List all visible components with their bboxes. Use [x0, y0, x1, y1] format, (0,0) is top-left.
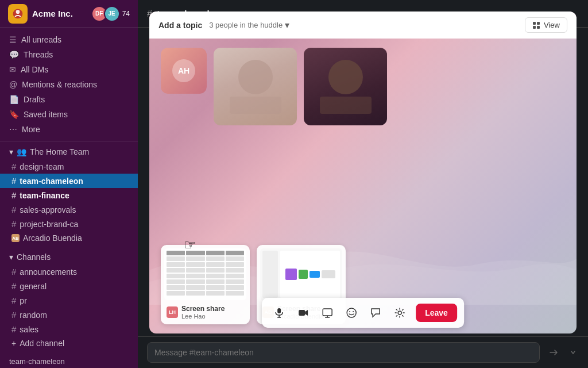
channel-announcements[interactable]: # announcements — [0, 264, 138, 279]
team-header[interactable]: ▾ 👥 The Home Team — [0, 144, 138, 159]
settings-button[interactable] — [389, 302, 410, 323]
add-channel-button[interactable]: + Add channel — [0, 336, 138, 350]
design-preview — [260, 248, 342, 300]
svg-rect-4 — [533, 26, 536, 29]
hash-icon: # — [11, 205, 16, 214]
design-element-3 — [310, 271, 320, 278]
huddle-participants: AH — [149, 39, 577, 245]
channel-design-team[interactable]: # design-team — [0, 159, 138, 174]
huddle-toolbar: Leave — [262, 298, 464, 328]
sidebar-item-all-dms[interactable]: ✉ All DMs — [0, 62, 138, 77]
channel-sales[interactable]: # sales — [0, 322, 138, 336]
participant-3-video — [320, 60, 372, 114]
dm-avatar: AB — [11, 234, 20, 242]
saved-items-label: Saved items — [24, 110, 68, 119]
hash-icon: # — [11, 324, 16, 334]
send-icon — [549, 348, 558, 357]
emoji-button[interactable] — [341, 302, 362, 323]
participant-1-initials: AH — [172, 59, 195, 82]
participant-2 — [214, 48, 297, 125]
spreadsheet-preview — [164, 248, 246, 300]
screen-share-icon — [322, 308, 332, 318]
workspace-name[interactable]: Acme Inc. — [32, 9, 91, 18]
hash-icon: # — [11, 190, 16, 200]
participant-3-body — [320, 97, 372, 114]
team-name: The Home Team — [30, 147, 89, 156]
design-sidebar-preview — [262, 251, 278, 298]
channel-team-finance-label: team-finance — [20, 191, 69, 200]
sidebar-item-drafts[interactable]: 📄 Drafts — [0, 92, 138, 107]
svg-rect-2 — [533, 22, 536, 25]
add-channel-label: Add channel — [20, 339, 64, 348]
channel-team-finance[interactable]: # team-finance — [0, 188, 138, 202]
all-dms-icon: ✉ — [9, 65, 16, 74]
threads-label: Threads — [24, 50, 53, 59]
svg-rect-3 — [537, 22, 540, 25]
channel-team-chameleon[interactable]: # team-chameleon — [0, 174, 138, 188]
screen-share-info-lee: LH Screen share Lee Hao — [164, 304, 246, 321]
participant-1-avatar: AH — [161, 48, 207, 94]
grid-icon — [532, 21, 540, 29]
svg-rect-5 — [537, 26, 540, 29]
lee-name: Lee Hao — [181, 313, 225, 320]
channel-general[interactable]: # general — [0, 279, 138, 293]
channel-random-label: random — [20, 310, 47, 320]
svg-point-16 — [398, 311, 401, 315]
chat-button[interactable] — [365, 302, 386, 323]
channel-sales-approvals-label: sales-approvals — [20, 205, 76, 214]
participant-3 — [304, 48, 387, 125]
screen-share-card-lee[interactable]: LH Screen share Lee Hao — [161, 245, 250, 324]
send-button[interactable] — [544, 343, 563, 362]
channel-pr[interactable]: # pr — [0, 293, 138, 308]
channel-random[interactable]: # random — [0, 308, 138, 322]
more-icon: ⋯ — [9, 125, 17, 134]
leave-button[interactable]: Leave — [416, 304, 457, 322]
channels-section: ▾ Channels # announcements # general # p… — [0, 247, 138, 352]
design-canvas — [280, 251, 340, 298]
chat-input-area — [138, 336, 588, 368]
dm-arcadio-buendia[interactable]: AB Arcadio Buendia — [0, 231, 138, 245]
huddle-topic[interactable]: Add a topic — [158, 21, 202, 30]
mentions-label: Mentions & reactions — [22, 80, 97, 89]
screen-share-button[interactable] — [317, 302, 338, 323]
sidebar-item-more[interactable]: ⋯ More — [0, 122, 138, 137]
lee-text-block: Screen share Lee Hao — [181, 305, 225, 320]
video-icon — [298, 308, 308, 318]
sidebar-item-mentions[interactable]: @ Mentions & reactions — [0, 77, 138, 92]
team-person-icon: 👥 — [17, 147, 26, 156]
hash-icon: # — [11, 281, 16, 291]
sidebar-item-threads[interactable]: 💬 Threads — [0, 47, 138, 62]
channel-project-brand-ca[interactable]: # project-brand-ca — [0, 217, 138, 231]
svg-rect-9 — [299, 310, 305, 316]
mentions-icon: @ — [9, 80, 17, 89]
send-dropdown-button[interactable] — [567, 343, 579, 362]
add-channel-plus-icon: + — [11, 339, 16, 348]
avatar-stack: DF JE — [91, 6, 120, 22]
svg-point-13 — [347, 308, 356, 317]
mic-icon — [274, 308, 284, 318]
settings-icon — [394, 308, 405, 318]
mic-button[interactable] — [269, 302, 289, 323]
bottom-channel-label: team-chameleon — [0, 352, 138, 368]
team-toggle-icon: ▾ — [9, 147, 13, 156]
screen-preview-lee — [164, 248, 246, 300]
screen-preview-arcadio — [260, 248, 342, 300]
huddle-dropdown-icon[interactable]: ▾ — [285, 20, 289, 30]
sidebar-nav: ☰ All unreads 💬 Threads ✉ All DMs @ Ment… — [0, 28, 138, 142]
team-section: ▾ 👥 The Home Team # design-team # team-c… — [0, 142, 138, 247]
sidebar-header: Acme Inc. DF JE 74 — [0, 0, 138, 28]
emoji-icon — [346, 308, 357, 318]
video-button[interactable] — [293, 302, 314, 323]
channel-announcements-label: announcements — [20, 267, 77, 277]
hash-icon: # — [11, 267, 16, 277]
channel-sales-approvals[interactable]: # sales-approvals — [0, 202, 138, 217]
sidebar-item-saved-items[interactable]: 🔖 Saved items — [0, 107, 138, 122]
channels-header[interactable]: ▾ Channels — [0, 250, 138, 264]
chat-input[interactable] — [147, 342, 540, 363]
view-button[interactable]: View — [525, 17, 567, 33]
channel-sales-label: sales — [20, 325, 38, 334]
dm-arcadio-label: Arcadio Buendia — [23, 233, 82, 243]
sidebar-item-all-unreads[interactable]: ☰ All unreads — [0, 32, 138, 47]
all-dms-label: All DMs — [21, 65, 48, 74]
hash-icon: # — [11, 296, 16, 305]
